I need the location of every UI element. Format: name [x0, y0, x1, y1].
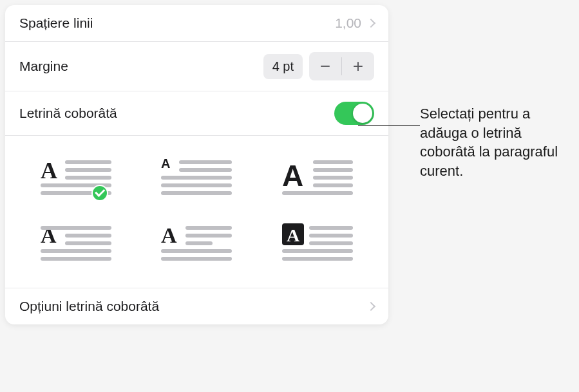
- svg-rect-35: [282, 249, 353, 253]
- margin-increment-button[interactable]: +: [342, 52, 374, 80]
- drop-cap-style-1[interactable]: A: [28, 154, 124, 200]
- drop-cap-style-3[interactable]: A: [270, 154, 365, 200]
- margin-row: Margine 4 pt − +: [5, 42, 388, 91]
- svg-rect-36: [282, 257, 353, 261]
- svg-rect-13: [313, 160, 353, 164]
- svg-rect-15: [313, 176, 353, 180]
- svg-rect-32: [309, 226, 353, 230]
- svg-rect-28: [161, 249, 232, 253]
- line-spacing-value-group: 1,00: [335, 15, 374, 31]
- svg-rect-26: [185, 234, 232, 238]
- line-spacing-row[interactable]: Spațiere linii 1,00: [5, 5, 388, 42]
- svg-rect-22: [41, 249, 111, 253]
- svg-rect-20: [65, 234, 111, 238]
- svg-text:A: A: [41, 158, 57, 183]
- callout-leader-line: [358, 125, 420, 126]
- svg-rect-25: [185, 226, 232, 230]
- drop-cap-style-6[interactable]: A: [270, 219, 365, 266]
- margin-controls: 4 pt − +: [263, 52, 374, 80]
- svg-rect-3: [65, 176, 111, 180]
- drop-cap-style-3-icon: A: [282, 156, 353, 198]
- svg-text:A: A: [282, 159, 303, 192]
- drop-cap-options-label: Opțiuni letrină coborâtă: [19, 299, 159, 314]
- svg-rect-8: [179, 168, 232, 172]
- drop-cap-style-5[interactable]: A: [149, 219, 245, 266]
- svg-rect-9: [161, 176, 232, 180]
- drop-cap-styles-grid: A A A: [5, 136, 388, 288]
- toggle-knob: [353, 104, 372, 123]
- svg-rect-1: [65, 160, 111, 164]
- line-spacing-value: 1,00: [335, 15, 361, 31]
- drop-cap-style-4-icon: A: [41, 222, 111, 263]
- formatting-panel: Spațiere linii 1,00 Margine 4 pt − + Let…: [5, 5, 388, 324]
- drop-cap-row: Letrină coborâtă: [5, 91, 388, 136]
- margin-value[interactable]: 4 pt: [263, 54, 303, 79]
- svg-text:A: A: [287, 225, 300, 245]
- svg-rect-16: [313, 183, 353, 187]
- drop-cap-options-row[interactable]: Opțiuni letrină coborâtă: [5, 288, 388, 324]
- margin-stepper: − +: [309, 52, 374, 80]
- svg-text:A: A: [161, 223, 177, 247]
- drop-cap-toggle[interactable]: [334, 102, 374, 125]
- svg-rect-19: [41, 226, 111, 230]
- svg-rect-34: [309, 241, 353, 245]
- svg-rect-14: [313, 168, 353, 172]
- drop-cap-label: Letrină coborâtă: [19, 106, 117, 121]
- callout-text: Selectați pentru a adăuga o letrină cobo…: [420, 104, 569, 181]
- svg-rect-11: [161, 191, 232, 195]
- drop-cap-style-6-icon: A: [282, 222, 353, 263]
- chevron-right-icon: [366, 302, 375, 311]
- margin-decrement-button[interactable]: −: [309, 52, 341, 80]
- drop-cap-style-4[interactable]: A: [28, 219, 124, 266]
- chevron-right-icon: [366, 19, 375, 28]
- drop-cap-style-5-icon: A: [161, 222, 232, 263]
- margin-label: Margine: [19, 59, 68, 74]
- selected-check-icon: [91, 185, 108, 201]
- line-spacing-label: Spațiere linii: [19, 15, 93, 31]
- svg-rect-21: [65, 241, 111, 245]
- svg-rect-2: [65, 168, 111, 172]
- drop-cap-style-2-icon: A: [161, 156, 232, 198]
- svg-rect-33: [309, 234, 353, 238]
- drop-cap-style-2[interactable]: A: [149, 154, 245, 200]
- svg-rect-17: [282, 191, 353, 195]
- svg-rect-7: [179, 160, 232, 164]
- svg-text:A: A: [161, 156, 170, 171]
- svg-rect-27: [185, 241, 213, 245]
- svg-rect-10: [161, 183, 232, 187]
- svg-rect-29: [161, 257, 232, 261]
- svg-rect-23: [41, 257, 111, 261]
